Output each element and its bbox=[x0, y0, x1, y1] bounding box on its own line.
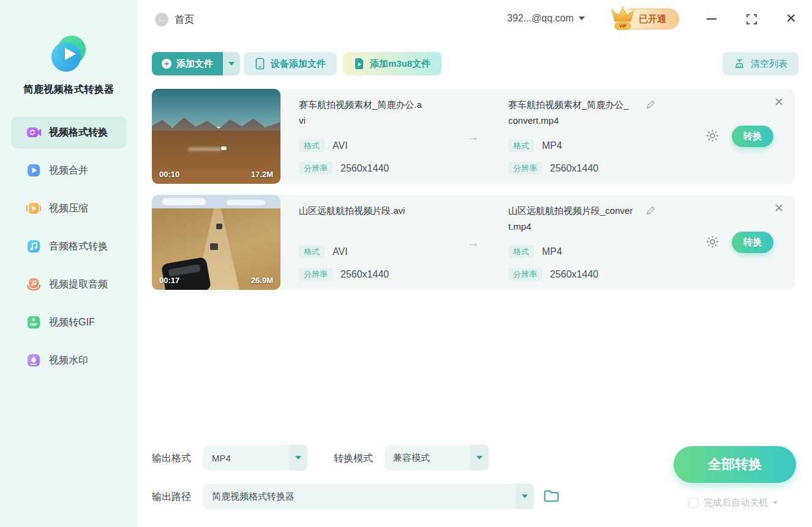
sidebar-item-video-to-gif[interactable]: GIF 视频转GIF bbox=[11, 306, 127, 338]
device-add-file-button[interactable]: 设备添加文件 bbox=[244, 52, 337, 75]
duration-label: 00:10 bbox=[159, 170, 179, 179]
resolution-value: 2560x1440 bbox=[550, 163, 598, 174]
device-add-label: 设备添加文件 bbox=[271, 58, 326, 70]
broom-icon bbox=[734, 58, 745, 70]
clear-list-button[interactable]: 清空列表 bbox=[723, 52, 799, 75]
resolution-badge: 分辨率 bbox=[508, 162, 542, 175]
resolution-badge: 分辨率 bbox=[508, 268, 542, 281]
video-to-gif-icon: GIF bbox=[26, 314, 42, 330]
auto-shutdown-row: 完成后自动关机 bbox=[688, 497, 778, 509]
remove-file-icon[interactable]: ✕ bbox=[774, 96, 784, 108]
thumbnail-vehicle bbox=[216, 224, 222, 229]
sidebar-item-label: 视频提取音频 bbox=[49, 278, 108, 291]
account-email: 392...@qq.com bbox=[507, 13, 574, 24]
format-value: MP4 bbox=[542, 140, 562, 151]
convert-button[interactable]: 转换 bbox=[732, 232, 773, 253]
add-m3u8-button[interactable]: 添加m3u8文件 bbox=[343, 52, 442, 75]
target-resolution-row: 分辨率 2560x1440 bbox=[508, 268, 598, 281]
sidebar-item-video-compress[interactable]: 视频压缩 bbox=[11, 192, 127, 224]
output-path-label: 输出路径 bbox=[152, 491, 191, 504]
close-icon[interactable]: ✕ bbox=[786, 11, 797, 26]
select-arrow-zone[interactable] bbox=[516, 483, 534, 509]
thumbnail-cloud bbox=[227, 200, 265, 205]
app-window: 简鹿视频格式转换器 视频格式转换 bbox=[0, 0, 812, 527]
thumbnail-cloud bbox=[162, 198, 206, 205]
sidebar-item-extract-audio[interactable]: 视频提取音频 bbox=[11, 268, 127, 300]
file-row: 00:10 17.2M 赛车航拍视频素材_简鹿办公.avi 格式 AVI 分辨率… bbox=[152, 89, 795, 184]
sidebar-item-label: 视频转GIF bbox=[49, 316, 95, 329]
thumbnail-sky bbox=[152, 89, 280, 127]
chevron-down-icon bbox=[476, 456, 483, 460]
file-row: 00:17 26.9M 山区远航航拍视频片段.avi 格式 AVI 分辨率 25… bbox=[152, 195, 795, 290]
plus-icon: + bbox=[162, 59, 171, 69]
add-file-button[interactable]: + 添加文件 bbox=[152, 52, 223, 75]
add-m3u8-label: 添加m3u8文件 bbox=[370, 58, 430, 70]
arrow-right-icon: → bbox=[467, 129, 479, 144]
source-filename: 山区远航航拍视频片段.avi bbox=[299, 203, 425, 219]
add-file-split-button[interactable]: + 添加文件 bbox=[152, 52, 240, 75]
thumbnail-vehicle bbox=[210, 243, 218, 250]
chevron-down-icon bbox=[295, 456, 301, 460]
convert-button[interactable]: 转换 bbox=[732, 126, 773, 147]
open-folder-icon[interactable] bbox=[543, 488, 560, 504]
sidebar-item-audio-convert[interactable]: 音频格式转换 bbox=[11, 230, 127, 262]
minimize-button[interactable] bbox=[707, 18, 716, 20]
sidebar-item-label: 视频格式转换 bbox=[49, 126, 108, 139]
source-format-row: 格式 AVI bbox=[299, 139, 348, 152]
extract-audio-icon bbox=[26, 276, 42, 292]
source-filename: 赛车航拍视频素材_简鹿办公.avi bbox=[299, 97, 425, 129]
account-menu[interactable]: 392...@qq.com bbox=[507, 13, 585, 24]
video-thumbnail[interactable]: 00:17 26.9M bbox=[152, 195, 280, 290]
chevron-down-icon[interactable] bbox=[773, 501, 778, 504]
resolution-value: 2560x1440 bbox=[550, 269, 598, 280]
remove-file-icon[interactable]: ✕ bbox=[774, 202, 784, 214]
auto-shutdown-label: 完成后自动关机 bbox=[704, 497, 768, 509]
convert-mode-label: 转换模式 bbox=[334, 452, 373, 465]
convert-mode-select[interactable]: 兼容模式 bbox=[385, 445, 489, 471]
sidebar-item-label: 视频水印 bbox=[49, 354, 88, 367]
sidebar-item-watermark[interactable]: 视频水印 bbox=[11, 344, 127, 376]
source-resolution-row: 分辨率 2560x1440 bbox=[299, 268, 389, 281]
output-format-label: 输出格式 bbox=[152, 452, 191, 465]
gear-icon[interactable] bbox=[705, 234, 720, 249]
edit-filename-icon[interactable] bbox=[645, 205, 656, 216]
format-badge: 格式 bbox=[508, 139, 534, 152]
resolution-value: 2560x1440 bbox=[340, 163, 389, 174]
video-convert-icon bbox=[26, 124, 42, 140]
back-button[interactable]: ← bbox=[155, 13, 168, 26]
audio-convert-icon bbox=[26, 238, 42, 254]
output-path-value: 简鹿视频格式转换器 bbox=[203, 483, 516, 509]
sidebar: 简鹿视频格式转换器 视频格式转换 bbox=[0, 0, 138, 527]
m3u8-file-icon bbox=[354, 58, 364, 70]
sidebar-item-video-merge[interactable]: 视频合并 bbox=[11, 154, 127, 186]
select-arrow-zone[interactable] bbox=[470, 445, 489, 471]
output-format-select[interactable]: MP4 bbox=[203, 445, 307, 471]
output-format-value: MP4 bbox=[203, 445, 289, 471]
maximize-button[interactable] bbox=[746, 14, 757, 25]
convert-all-button[interactable]: 全部转换 bbox=[674, 446, 796, 483]
svg-text:VIP: VIP bbox=[619, 23, 626, 29]
arrow-right-icon: → bbox=[467, 235, 479, 250]
chevron-down-icon bbox=[228, 62, 235, 66]
vip-crown-icon: VIP bbox=[609, 5, 637, 34]
output-path-select[interactable]: 简鹿视频格式转换器 bbox=[203, 483, 534, 509]
add-file-dropdown[interactable] bbox=[223, 52, 240, 75]
sidebar-item-video-convert[interactable]: 视频格式转换 bbox=[11, 116, 127, 148]
sidebar-item-label: 音频格式转换 bbox=[49, 240, 108, 253]
gear-icon[interactable] bbox=[705, 128, 720, 143]
add-file-label: 添加文件 bbox=[176, 58, 213, 70]
format-badge: 格式 bbox=[299, 139, 325, 152]
target-resolution-row: 分辨率 2560x1440 bbox=[508, 162, 598, 175]
edit-filename-icon[interactable] bbox=[645, 99, 656, 110]
source-format-row: 格式 AVI bbox=[299, 245, 348, 258]
format-value: AVI bbox=[333, 140, 348, 151]
format-badge: 格式 bbox=[508, 245, 534, 258]
target-filename: 赛车航拍视频素材_简鹿办公_convert.mp4 bbox=[508, 97, 633, 129]
select-arrow-zone[interactable] bbox=[289, 445, 307, 471]
video-thumbnail[interactable]: 00:10 17.2M bbox=[152, 89, 280, 184]
convert-mode-value: 兼容模式 bbox=[385, 445, 470, 471]
svg-text:GIF: GIF bbox=[30, 322, 38, 327]
sidebar-item-label: 视频合并 bbox=[49, 164, 88, 177]
auto-shutdown-checkbox[interactable] bbox=[688, 498, 699, 508]
thumbnail-dust-trail bbox=[188, 148, 222, 151]
